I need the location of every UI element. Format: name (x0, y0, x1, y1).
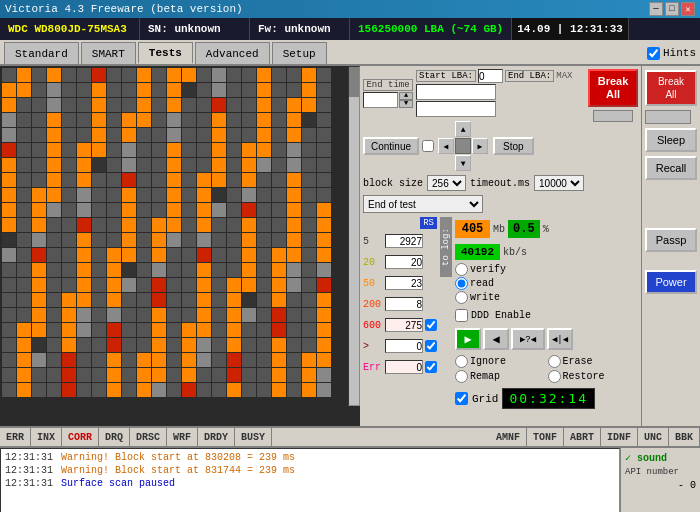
mb-stats-row: 405 Mb 0.5 % (455, 220, 638, 238)
write-label: write (470, 292, 500, 303)
start-lba-label: Start LBA: (416, 70, 476, 82)
main-area: End time 2:24 ▲ ▼ Start LBA: 0 (0, 66, 700, 426)
verify-label: verify (470, 264, 506, 275)
remap-radio[interactable] (455, 370, 468, 383)
start-lba-input[interactable]: 0 (478, 69, 503, 83)
ignore-radio[interactable] (455, 355, 468, 368)
tab-setup[interactable]: Setup (272, 42, 327, 64)
api-value: - 0 (625, 480, 696, 491)
lba-row-200: 200 (363, 294, 437, 314)
lba-count-50[interactable] (385, 276, 423, 290)
status-inx: INX (31, 428, 62, 446)
log-area: 12:31:31Warning! Block start at 830208 =… (0, 448, 620, 512)
title-text: Victoria 4.3 Freeware (beta version) (5, 3, 243, 15)
arrow-cross-control: ▲ ◀ ▶ ▼ (438, 121, 488, 171)
passp-button[interactable]: Passp (645, 228, 697, 252)
verify-radio[interactable] (455, 263, 468, 276)
lba-levels: RS 5 20 50 200 6 (363, 217, 437, 377)
lba-row-20: 20 (363, 252, 437, 272)
grid-checkbox[interactable] (455, 392, 468, 405)
log-toggle[interactable]: to log: (440, 217, 452, 277)
ddd-enable-checkbox[interactable] (455, 309, 468, 322)
tab-tests[interactable]: Tests (138, 42, 193, 64)
end-time-input[interactable]: 2:24 (363, 92, 398, 108)
lba-check-err[interactable] (425, 361, 437, 373)
timeout-label: timeout.ms (470, 178, 530, 189)
skip-fwd-button[interactable]: ▶?◀ (511, 328, 545, 350)
lba-row-gt: > (363, 336, 437, 356)
power-button[interactable]: Power (645, 270, 697, 294)
lba-threshold-50: 50 (363, 278, 383, 289)
minimize-button[interactable]: ─ (649, 2, 663, 16)
log-message: Surface scan paused (61, 478, 175, 489)
hints-checkbox-area: Hints (647, 47, 696, 60)
erase-radio[interactable] (548, 355, 561, 368)
play-button[interactable]: ▶ (455, 328, 481, 350)
lba-threshold-200: 200 (363, 299, 383, 310)
bottom-area: 12:31:31Warning! Block start at 830208 =… (0, 448, 700, 512)
log-time: 12:31:31 (5, 452, 53, 463)
lba-count-20[interactable] (385, 255, 423, 269)
log-message: Warning! Block start at 830208 = 239 ms (61, 452, 295, 463)
end-lba-input[interactable]: 156249999 (416, 84, 496, 100)
continue-button[interactable]: Continue (363, 137, 419, 155)
status-wrf: WRF (167, 428, 198, 446)
lba-count-gt[interactable] (385, 339, 423, 353)
back-button[interactable]: ◀ (483, 328, 509, 350)
ddd-enable-label: DDD Enable (471, 310, 531, 321)
restore-radio[interactable] (548, 370, 561, 383)
arrow-up[interactable]: ▲ (455, 121, 471, 137)
sound-row: ✓ sound (625, 452, 696, 464)
lba-count-err[interactable] (385, 360, 423, 374)
break-all-button[interactable]: BreakAll (588, 69, 638, 107)
write-radio[interactable] (455, 291, 468, 304)
tab-standard[interactable]: Standard (4, 42, 79, 64)
arrow-checkbox[interactable] (422, 140, 434, 152)
spacer (645, 184, 697, 224)
restore-label: Restore (563, 371, 605, 382)
verify-radio-item: verify (455, 263, 638, 276)
lba-count-5[interactable] (385, 234, 423, 248)
remap-item: Remap (455, 370, 540, 383)
skip-bk-button[interactable]: ◀|◀ (547, 328, 573, 350)
map-scrollbar[interactable] (348, 66, 360, 406)
scrollbar-thumb[interactable] (349, 67, 359, 97)
hints-checkbox[interactable] (647, 47, 660, 60)
end-time-down[interactable]: ▼ (399, 100, 413, 108)
lba-count-600[interactable] (385, 318, 423, 332)
lba-check-600[interactable] (425, 319, 437, 331)
lba-threshold-5: 5 (363, 236, 383, 247)
log-entry: 12:31:31Surface scan paused (5, 477, 615, 490)
tab-smart[interactable]: SMART (81, 42, 136, 64)
ignore-item: Ignore (455, 355, 540, 368)
kbs-stats-row: 40192 kb/s (455, 244, 638, 260)
sleep-button[interactable]: Sleep (645, 128, 697, 152)
recall-button[interactable]: Recall (645, 156, 697, 180)
read-radio[interactable] (455, 277, 468, 290)
transport-controls: ▶ ◀ ▶?◀ ◀|◀ (455, 328, 638, 350)
percent-label: % (543, 224, 549, 235)
arrow-down[interactable]: ▼ (455, 155, 471, 171)
timeout-select[interactable]: 10000500030000 (534, 175, 584, 191)
lba-count-200[interactable] (385, 297, 423, 311)
maximize-button[interactable]: □ (665, 2, 679, 16)
break-all-side-button[interactable]: BreakAll (645, 70, 697, 106)
drive-fw: Fw: unknown (250, 18, 350, 40)
erase-item: Erase (548, 355, 639, 368)
end-time-label: End time (363, 79, 412, 91)
right-bottom-options: ✓ sound API number - 0 (620, 448, 700, 512)
action-grid: Ignore Erase Remap Restore (455, 355, 638, 383)
break-indicator (593, 110, 633, 122)
time-display: 00:32:14 (502, 388, 595, 409)
tab-advanced[interactable]: Advanced (195, 42, 270, 64)
stop-button[interactable]: Stop (493, 137, 534, 155)
arrow-left[interactable]: ◀ (438, 138, 454, 154)
lba-check-gt[interactable] (425, 340, 437, 352)
status-amnf: AMNF (490, 428, 527, 446)
arrow-right[interactable]: ▶ (472, 138, 488, 154)
close-button[interactable]: ✕ (681, 2, 695, 16)
restore-item: Restore (548, 370, 639, 383)
block-size-select[interactable]: 256128512 (427, 175, 466, 191)
end-test-select[interactable]: End of test Restart loop Power off Hiber… (363, 195, 483, 213)
current-lba-input[interactable]: 832512 (416, 101, 496, 117)
